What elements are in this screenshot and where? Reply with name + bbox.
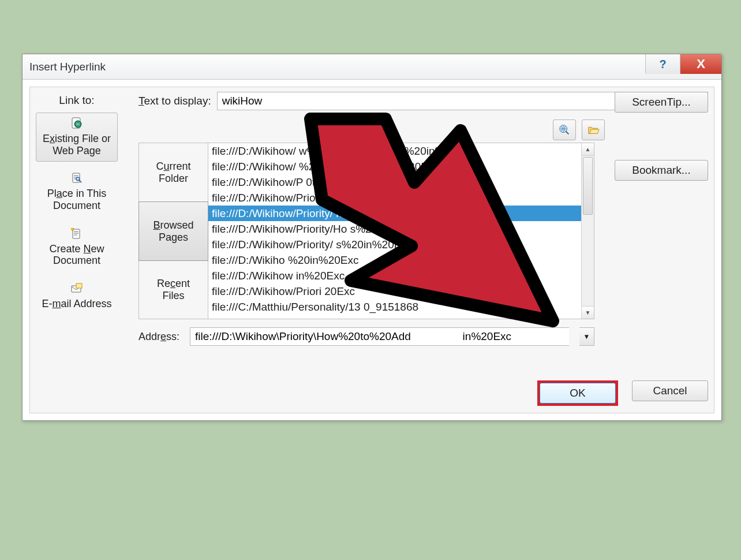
browse-file-button[interactable] — [582, 120, 605, 140]
doc-place-icon — [70, 171, 84, 185]
bottom-buttons: OK Cancel — [537, 380, 708, 406]
dialog-title: Insert Hyperlink — [29, 61, 106, 73]
list-item[interactable]: file:///D:/Wikiho %20in%20Exc — [208, 252, 594, 268]
browse-area: CurrentFolder BrowsedPages RecentFiles f… — [139, 143, 594, 319]
list-item[interactable]: file:///D:/Wikihow in%20Exc — [208, 268, 594, 283]
tab-browsed-pages[interactable]: BrowsedPages — [139, 201, 208, 261]
list-item[interactable]: file:///D:/Wikihow/Prio Links%20in%20Exc — [208, 190, 594, 206]
svg-rect-4 — [73, 229, 80, 238]
main-panel: Text to display: CurrentFolder BrowsedPa… — [124, 87, 714, 413]
scroll-thumb[interactable] — [583, 157, 593, 215]
list-item[interactable]: file:///D:/Wikihow/P 0to% 0Links%20in%20… — [208, 174, 594, 190]
list-item[interactable]: file:///D:/Wikihow/ w%20to%2 %20Links%20… — [208, 143, 594, 159]
close-button[interactable]: X — [680, 54, 721, 74]
list-item[interactable]: file:///C:/Matthiu/Personality/13 0_9151… — [208, 299, 594, 315]
tab-current-folder[interactable]: CurrentFolder — [139, 143, 208, 202]
list-item[interactable]: file:///D:/Wikihow/Priority/ s%20in%20Ex… — [208, 237, 594, 252]
text-to-display-label: Text to display: — [139, 95, 211, 107]
link-to-label: Link to: — [59, 94, 94, 107]
link-to-create-new-document[interactable]: Create New Document — [36, 223, 118, 272]
window-controls: ? X — [645, 54, 721, 74]
address-label: Address: — [139, 331, 179, 343]
bookmark-button[interactable]: Bookmark... — [615, 160, 708, 181]
link-to-label-text: E-mail Address — [42, 298, 111, 309]
insert-hyperlink-dialog: Insert Hyperlink ? X Link to: Existing F… — [22, 54, 722, 421]
ok-button[interactable]: OK — [540, 383, 616, 404]
address-row: Address: ▼ — [139, 327, 594, 346]
address-dropdown-button[interactable]: ▼ — [579, 327, 594, 346]
screen-tip-button[interactable]: ScreenTip... — [615, 92, 708, 113]
web-search-icon — [558, 124, 571, 136]
address-input[interactable] — [190, 327, 569, 346]
svg-rect-7 — [76, 283, 82, 288]
titlebar: Insert Hyperlink ? X — [23, 54, 721, 80]
list-item[interactable]: file:///D:/Wikihow/ %20to% Links%20in%20… — [208, 159, 594, 174]
browse-icons — [553, 120, 605, 140]
globe-page-icon — [70, 117, 84, 130]
folder-tabs: CurrentFolder BrowsedPages RecentFiles — [139, 143, 208, 319]
file-list[interactable]: file:///D:/Wikihow/ w%20to%2 %20Links%20… — [208, 143, 594, 319]
link-to-label-text: Create New Document — [49, 243, 104, 267]
list-item[interactable]: file:///D:/Wikihow/Priority/Ho s%20in%20… — [208, 221, 594, 237]
link-to-panel: Link to: Existing File or Web Page Place… — [30, 87, 124, 413]
cancel-button[interactable]: Cancel — [632, 380, 708, 401]
scroll-up-arrow-icon[interactable]: ▲ — [582, 143, 594, 156]
scroll-down-arrow-icon[interactable]: ▼ — [582, 306, 594, 319]
link-to-existing-file-web[interactable]: Existing File or Web Page — [36, 113, 118, 162]
link-to-label-text: Existing File or Web Page — [43, 133, 111, 156]
list-item[interactable]: file:///D:/Wikihow/Priority/ nks%20in%20… — [208, 206, 594, 221]
svg-point-5 — [71, 227, 73, 229]
dialog-body: Link to: Existing File or Web Page Place… — [29, 87, 714, 413]
file-list-scrollbar[interactable]: ▲ ▼ — [581, 143, 594, 319]
side-buttons: ScreenTip... Bookmark... — [615, 92, 708, 181]
new-doc-icon — [70, 227, 84, 241]
tab-recent-files[interactable]: RecentFiles — [139, 260, 208, 319]
folder-open-icon — [587, 124, 600, 136]
help-button[interactable]: ? — [645, 54, 680, 74]
ok-highlight: OK — [537, 380, 618, 406]
list-item[interactable]: file:///D:/Wikihow/Priori 20Exc — [208, 283, 594, 299]
link-to-place-in-document[interactable]: Place in This Document — [36, 167, 118, 216]
link-to-email-address[interactable]: E-mail Address — [36, 278, 118, 315]
link-to-label-text: Place in This Document — [47, 188, 107, 211]
email-icon — [70, 282, 84, 296]
browse-web-button[interactable] — [553, 120, 576, 140]
